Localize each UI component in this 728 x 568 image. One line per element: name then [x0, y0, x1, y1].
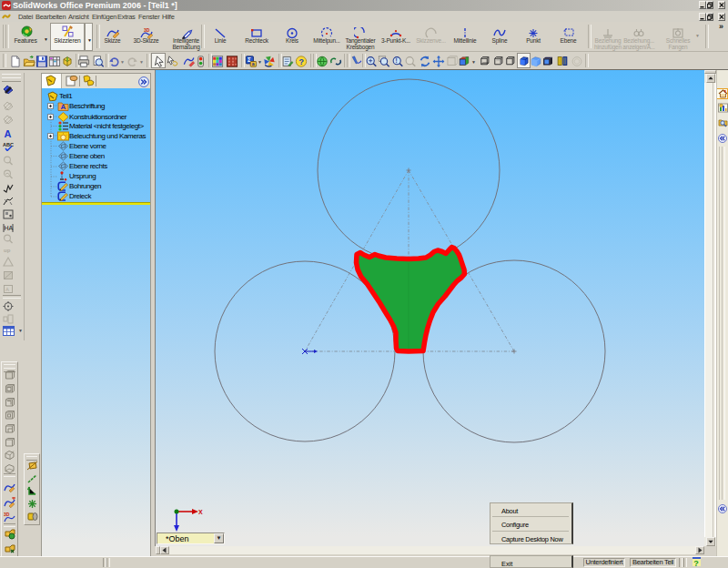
svg-text:?: ?	[693, 559, 699, 566]
svg-text:A: A	[5, 287, 9, 292]
svg-text:!: !	[395, 57, 397, 64]
svg-text:3D: 3D	[144, 27, 150, 33]
svg-text:HA: HA	[5, 225, 14, 231]
svg-text:a: a	[252, 61, 255, 66]
svg-text:ABC: ABC	[3, 142, 14, 147]
svg-text:up: up	[4, 248, 11, 253]
svg-text:A: A	[5, 128, 12, 138]
svg-text:3D: 3D	[4, 512, 10, 517]
svg-text:A: A	[60, 103, 66, 111]
svg-text:X: X	[198, 509, 203, 515]
svg-text:?: ?	[298, 57, 303, 66]
